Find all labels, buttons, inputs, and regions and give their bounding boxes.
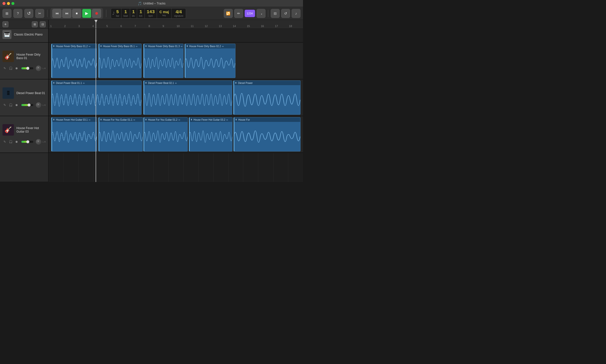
track-headphone-bass[interactable]: 🎧 [8,66,13,71]
ruler-mark-11: 11 [191,25,205,28]
clip-loop-icon-bass-3: ∞ [181,45,183,48]
clip-label-bass-2: House Fever Dirty Bass 05.1 [103,45,135,48]
transport-controls: ⏮ ⏭ ■ ▶ ⏺ [50,8,103,19]
track-record-beat[interactable]: ⏺ [14,103,19,107]
track-edit-guitar[interactable]: ✎ [2,140,7,144]
pencil-button[interactable]: ✏ [234,9,243,18]
track-edit-bass[interactable]: ✎ [2,66,7,71]
clip-guitar-4[interactable]: ⬆ House Fever Hot Guitar 03.2 ∞ [189,117,232,151]
play-button[interactable]: ▶ [82,9,91,18]
clip-waveform-bass-1 [51,48,97,78]
track-content-guitar: ⬆ House Fever Hot Guitar 03.1 ∞ [49,116,303,153]
arrange-area: 123456789101112131415161718 ⬆ House [49,20,303,182]
record-button[interactable]: ⏺ [92,9,101,18]
ruler-mark-9: 9 [163,25,177,28]
clip-header-bass-3: ⬆ House Fever Dirty Bass 01.3 ∞ [144,44,183,48]
clip-beat-3[interactable]: ⬆ Diesel Power [233,80,300,115]
scissors-button[interactable]: ✂ [35,9,44,18]
rewind-button[interactable]: ⏮ [52,9,61,18]
clip-guitar-2[interactable]: ⬆ House For You Guitar 01.1 ∞ [98,117,143,151]
track-edit-beat[interactable]: ✎ [2,103,7,107]
track-filter-button[interactable]: ⊟ [40,21,46,27]
clip-header-guitar-5: ⬆ House For [234,117,300,122]
clip-loop-icon-bass-2: ∞ [136,45,138,48]
clip-bass-4[interactable]: ⬆ House Fever Dirty Bass 02.2 ∞ [185,44,235,78]
count-in-button[interactable]: 1234 [245,10,255,17]
library-button[interactable]: ⊞ [2,9,11,18]
clip-bass-1[interactable]: ⬆ House Fever Dirty Bass 01.2 ∞ [51,44,97,78]
cycle-button[interactable]: 🔁 [224,9,233,18]
signature-display: 4/4 signature [172,8,186,18]
track-view-button[interactable]: ⊞ [32,21,38,27]
clip-header-beat-2: ⬆ Diesel Power Beat 02.1 ∞ [144,81,232,85]
track-pan-bass[interactable] [36,66,41,71]
clip-guitar-5[interactable]: ⬆ House For [233,117,300,151]
clip-header-beat-3: ⬆ Diesel Power [233,81,300,85]
clip-bass-3[interactable]: ⬆ House Fever Dirty Bass 01.3 ∞ [143,44,184,78]
undo-button[interactable]: ↺ [281,9,290,18]
key-display: C maj key [157,8,172,18]
clip-beat-1[interactable]: ⬆ Diesel Power Beat 01.1 ∞ [51,80,142,115]
minimize-button[interactable] [7,2,10,5]
track-controls-guitar: ✎ 🎧 ⏺ L R [2,139,46,145]
track-record-bass[interactable]: ⏺ [14,66,19,71]
layout-button[interactable]: ⊟ [271,9,280,18]
window-controls[interactable] [2,2,14,5]
right-toolbar: 🔁 ✏ 1234 𝅘 ⊟ ↺ ♪ [224,9,301,18]
track-pan-guitar[interactable] [36,139,41,145]
position-display[interactable]: 𝅘𝅥𝅮 5 bar 1 beat 1 div 1 tick 143 bpm C … [111,8,186,19]
track-header-piano: 🎹 Classic Electric Piano [0,29,48,43]
clip-guitar-1[interactable]: ⬆ House Fever Hot Guitar 03.1 ∞ [51,117,97,151]
tracks-content[interactable]: ⬆ House Fever Dirty Bass 01.2 ∞ [49,29,303,182]
ruler-mark-7: 7 [134,25,149,28]
ruler-mark-17: 17 [275,25,289,28]
midi-button[interactable]: ♪ [292,9,301,18]
track-header-beat: 🎛 Diesel Power Beat 01 ✎ 🎧 ⏺ L R [0,79,48,116]
ruler-mark-13: 13 [219,25,233,28]
clip-label-guitar-1: House Fever Hot Guitar 03.1 [56,118,88,121]
ruler-mark-16: 16 [261,25,275,28]
clip-waveform-bass-3 [144,48,183,78]
track-headphone-guitar[interactable]: 🎧 [8,140,13,144]
clip-guitar-3[interactable]: ⬆ House For You Guitar 01.2 ∞ [143,117,188,151]
app-icon: 🎵 [138,1,142,5]
clip-waveform-guitar-5 [234,122,300,151]
titlebar: 🎵 Untitled – Tracks [0,0,303,7]
track-header-bass: 🎸 House Fever Dirty Bass 01 ✎ 🎧 ⏺ L R [0,43,48,79]
track-name-bass: House Fever Dirty Bass 01 [16,53,46,60]
main-toolbar: ⊞ ? ↺ ✂ ⏮ ⏭ ■ ▶ ⏺ 𝅘𝅥𝅮 5 bar 1 beat 1 div… [0,7,303,20]
track-fader-bass[interactable] [21,67,33,69]
clip-loop-icon-guitar-4: ∞ [226,118,228,121]
div-segment: 1 div [130,8,137,18]
clip-label-beat-1: Diesel Power Beat 01.1 [56,82,82,84]
track-fader-beat[interactable] [21,104,33,106]
tempo-icon: 𝅘𝅥𝅮 [111,8,114,18]
clip-beat-2[interactable]: ⬆ Diesel Power Beat 02.1 ∞ [143,80,232,115]
ruler-mark-6: 6 [120,25,135,28]
track-pan-beat[interactable] [36,102,41,108]
stop-button[interactable]: ■ [72,9,81,18]
clip-bass-2[interactable]: ⬆ House Fever Dirty Bass 05.1 ∞ [98,44,142,78]
track-headphone-beat[interactable]: 🎧 [8,103,13,107]
undo-history-button[interactable]: ↺ [24,9,33,18]
close-button[interactable] [2,2,5,5]
help-button[interactable]: ? [13,9,22,18]
track-fader-guitar[interactable] [21,141,33,143]
separator-2 [106,10,106,17]
add-track-button[interactable]: + [2,21,8,27]
main-layout: + ⊞ ⊟ 🎹 Classic Electric Piano 🎸 House F… [0,20,303,182]
maximize-button[interactable] [11,2,14,5]
track-controls-beat: ✎ 🎧 ⏺ L R [2,102,46,108]
metronome-button[interactable]: 𝅘 [257,9,265,18]
clip-header-guitar-2: ⬆ House For You Guitar 01.1 ∞ [99,117,143,122]
forward-button[interactable]: ⏭ [62,9,71,18]
timeline-ruler[interactable]: 123456789101112131415161718 [49,20,303,29]
arrange-empty-space [49,153,303,163]
bpm-segment: 143 bpm [145,8,157,18]
track-header-guitar: 🎸 House Fever Hot Guitar 03 ✎ 🎧 ⏺ L R [0,116,48,153]
track-record-guitar[interactable]: ⏺ [14,140,19,144]
ruler-mark-3: 3 [78,25,92,28]
clip-waveform-guitar-2 [99,122,143,151]
ruler-numbers: 123456789101112131415161718 [49,25,303,28]
ruler-mark-12: 12 [205,25,219,28]
